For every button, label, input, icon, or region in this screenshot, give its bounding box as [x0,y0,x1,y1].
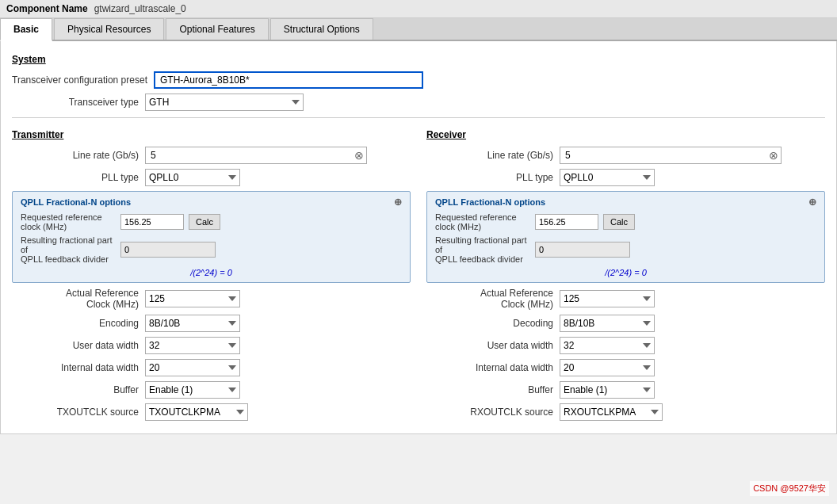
rx-user-data-label: User data width [426,340,553,351]
rx-internal-data-row: Internal data width 20 [426,359,825,376]
rx-frac-input [535,242,630,258]
rx-buffer-row: Buffer Enable (1) [426,381,825,399]
rx-buffer-select[interactable]: Enable (1) [560,381,655,399]
tx-ref-clk-row: Requested referenceclock (MHz) Calc [21,212,402,231]
rx-internal-data-select[interactable]: 20 [560,359,655,376]
preset-input[interactable] [154,71,423,89]
tx-pll-label: PLL type [12,172,139,183]
rx-buffer-label: Buffer [426,384,553,395]
preset-label: Transceiver configuration preset [12,74,147,86]
tab-structural[interactable]: Structural Options [270,18,373,40]
preset-input-container [154,71,423,89]
tx-frac-label: Resulting fractional partofQPLL feedback… [21,235,116,264]
tab-physical[interactable]: Physical Resources [54,18,164,40]
tx-outclk-select[interactable]: TXOUTCLKPMA [145,403,248,421]
rx-line-rate-clear[interactable]: ⊗ [767,150,780,161]
rx-formula: /(2^24) = 0 [435,268,816,277]
rx-line-rate-label: Line rate (Gb/s) [426,150,553,161]
tab-optional[interactable]: Optional Features [166,18,268,40]
tx-user-data-row: User data width 32 [12,337,411,354]
tx-qpll-icon: ⊕ [394,197,402,208]
tx-line-rate-input[interactable] [145,147,367,164]
tx-pll-row: PLL type QPLL0 [12,169,411,186]
rx-frac-row: Resulting fractional partofQPLL feedback… [435,235,816,264]
tx-qpll-title: QPLL Fractional-N options ⊕ [21,197,402,208]
tx-frac-input [120,242,216,258]
rx-user-data-row: User data width 32 [426,337,825,354]
rx-pll-label: PLL type [426,172,553,183]
receiver-title: Receiver [426,129,825,140]
tx-frac-row: Resulting fractional partofQPLL feedback… [21,235,402,264]
transceiver-type-select[interactable]: GTH [145,94,304,111]
tx-line-rate-clear[interactable]: ⊗ [353,150,365,161]
main-content: System Transceiver configuration preset … [0,41,837,434]
rx-qpll-icon: ⊕ [808,197,816,208]
rx-line-rate-input[interactable] [560,147,782,164]
tx-line-rate-row: Line rate (Gb/s) ⊗ [12,147,411,164]
transceiver-type-row: Transceiver type GTH [12,94,825,111]
tx-encoding-label: Encoding [12,318,139,329]
rx-ref-clk-label: Requested referenceclock (MHz) [435,212,530,231]
rx-pll-row: PLL type QPLL0 [426,169,825,186]
tx-ref-clk-input[interactable] [120,214,184,230]
tx-user-data-label: User data width [12,340,139,351]
transmitter-title: Transmitter [12,129,411,140]
tx-ref-clk-label: Requested referenceclock (MHz) [21,212,116,231]
tx-buffer-select[interactable]: Enable (1) [145,381,240,399]
rx-decoding-row: Decoding 8B/10B [426,315,825,332]
top-bar: Component Name gtwizard_ultrascale_0 [0,0,837,18]
rx-frac-label: Resulting fractional partofQPLL feedback… [435,235,530,264]
component-name-value: gtwizard_ultrascale_0 [94,3,186,14]
tx-user-data-select[interactable]: 32 [145,337,240,354]
transceiver-type-label: Transceiver type [12,97,139,108]
tx-formula: /(2^24) = 0 [21,268,402,277]
tx-outclk-label: TXOUTCLK source [12,407,139,418]
tx-outclk-row: TXOUTCLK source TXOUTCLKPMA [12,403,411,421]
rx-outclk-row: RXOUTCLK source RXOUTCLKPMA [426,403,825,421]
rx-decoding-select[interactable]: 8B/10B [560,315,655,332]
rx-qpll-title: QPLL Fractional-N options ⊕ [435,197,816,208]
rx-actual-ref-label: Actual ReferenceClock (MHz) [426,288,553,310]
tab-bar: Basic Physical Resources Optional Featur… [0,18,837,41]
tx-actual-ref-select[interactable]: 125 [145,290,240,307]
tx-internal-data-label: Internal data width [12,362,139,373]
rx-decoding-label: Decoding [426,318,553,329]
rx-outclk-label: RXOUTCLK source [426,407,553,418]
tx-buffer-row: Buffer Enable (1) [12,381,411,399]
tx-encoding-select[interactable]: 8B/10B [145,315,240,332]
tx-line-rate-container: ⊗ [145,147,367,164]
rx-line-rate-container: ⊗ [560,147,782,164]
rx-internal-data-label: Internal data width [426,362,553,373]
rx-ref-clk-row: Requested referenceclock (MHz) Calc [435,212,816,231]
system-section-title: System [12,54,825,65]
rx-calc-button[interactable]: Calc [603,214,635,230]
tx-actual-ref-label: Actual ReferenceClock (MHz) [12,288,139,310]
tx-calc-button[interactable]: Calc [189,214,220,230]
tx-actual-ref-row: Actual ReferenceClock (MHz) 125 [12,288,411,310]
rx-actual-ref-select[interactable]: 125 [560,290,655,307]
rx-pll-select[interactable]: QPLL0 [560,169,655,186]
tab-basic[interactable]: Basic [0,18,52,41]
tx-buffer-label: Buffer [12,384,139,395]
rx-user-data-select[interactable]: 32 [560,337,655,354]
tx-internal-data-row: Internal data width 20 [12,359,411,376]
component-name-label: Component Name [6,3,88,14]
transmitter-column: Transmitter Line rate (Gb/s) ⊗ PLL type … [12,124,411,426]
tx-pll-select[interactable]: QPLL0 [145,169,240,186]
tx-qpll-section: QPLL Fractional-N options ⊕ Requested re… [12,191,411,283]
tx-internal-data-select[interactable]: 20 [145,359,240,376]
preset-row: Transceiver configuration preset [12,71,825,89]
rx-ref-clk-input[interactable] [535,214,598,230]
rx-outclk-select[interactable]: RXOUTCLKPMA [560,403,663,421]
rx-line-rate-row: Line rate (Gb/s) ⊗ [426,147,825,164]
receiver-column: Receiver Line rate (Gb/s) ⊗ PLL type QPL… [426,124,825,426]
tx-rx-columns: Transmitter Line rate (Gb/s) ⊗ PLL type … [12,124,825,426]
tx-encoding-row: Encoding 8B/10B [12,315,411,332]
rx-qpll-section: QPLL Fractional-N options ⊕ Requested re… [426,191,825,283]
rx-actual-ref-row: Actual ReferenceClock (MHz) 125 [426,288,825,310]
tx-line-rate-label: Line rate (Gb/s) [12,150,139,161]
